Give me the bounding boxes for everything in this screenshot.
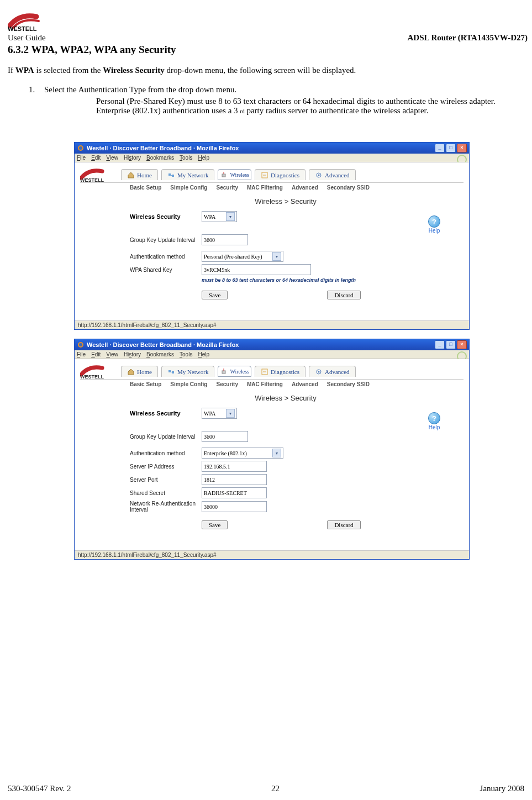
subtab-mac[interactable]: MAC Filtering — [247, 185, 283, 191]
maximize-button[interactable]: □ — [446, 340, 456, 349]
chevron-down-icon: ▾ — [226, 212, 235, 221]
subtab-basic[interactable]: Basic Setup — [130, 185, 161, 191]
menu-bookmarks[interactable]: Bookmarks — [146, 155, 174, 161]
subtab-secondary[interactable]: Secondary SSID — [327, 381, 370, 387]
save-button[interactable]: Save — [202, 291, 228, 299]
menu-view[interactable]: View — [106, 155, 118, 161]
svg-text:WESTELL: WESTELL — [80, 177, 104, 182]
server-ip-input[interactable] — [202, 461, 267, 472]
tab-mynetwork[interactable]: My Network — [161, 169, 215, 180]
menu-tools[interactable]: Tools — [180, 351, 192, 357]
page-body: WESTELL Home My Network Wireless — [75, 162, 469, 320]
wireless-security-select[interactable]: WPA▾ — [202, 211, 237, 222]
subtab-advanced[interactable]: Advanced — [292, 381, 318, 387]
help-icon: ? — [428, 215, 440, 228]
svg-rect-15 — [222, 371, 225, 373]
home-icon — [127, 368, 135, 376]
menubar: File Edit View History Bookmarks Tools H… — [75, 154, 469, 162]
minimize-button[interactable]: _ — [435, 144, 445, 152]
wpa-key-input[interactable] — [202, 264, 311, 275]
window-title: Westell · Discover Better Broadband · Mo… — [87, 341, 239, 348]
main-tabs: Home My Network Wireless Diagnostics Adv… — [121, 169, 356, 180]
subtab-basic[interactable]: Basic Setup — [130, 381, 161, 387]
svg-rect-5 — [172, 175, 174, 177]
subtab-security[interactable]: Security — [216, 185, 238, 191]
group-key-input[interactable] — [202, 431, 248, 442]
tab-wireless[interactable]: Wireless — [218, 169, 251, 180]
tab-diagnostics[interactable]: Diagnostics — [255, 169, 305, 180]
server-port-input[interactable] — [202, 474, 267, 485]
row-group-key: Group Key Update Interval — [130, 234, 441, 245]
close-button[interactable]: × — [457, 144, 467, 152]
intro-paragraph: If WPA is selected from the Wireless Sec… — [8, 66, 528, 75]
wpa-key-hint: must be 8 to 63 text characters or 64 he… — [202, 277, 441, 283]
close-button[interactable]: × — [457, 340, 467, 349]
menubar: File Edit View History Bookmarks Tools H… — [75, 350, 469, 359]
wireless-icon — [220, 367, 228, 375]
menu-edit[interactable]: Edit — [91, 351, 101, 357]
tab-diagnostics[interactable]: Diagnostics — [255, 366, 305, 377]
maximize-button[interactable]: □ — [446, 144, 456, 152]
gear-icon — [315, 368, 323, 376]
tab-advanced[interactable]: Advanced — [309, 169, 356, 180]
firefox-icon — [77, 341, 85, 349]
group-key-input[interactable] — [202, 234, 248, 245]
menu-file[interactable]: File — [77, 155, 86, 161]
menu-history[interactable]: History — [124, 155, 141, 161]
row-wireless-security: Wireless Security WPA▾ — [130, 211, 441, 222]
menu-tools[interactable]: Tools — [180, 155, 192, 161]
subtab-simple[interactable]: Simple Config — [170, 381, 207, 387]
svg-rect-13 — [168, 370, 171, 372]
subtab-advanced[interactable]: Advanced — [292, 185, 318, 191]
chevron-down-icon: ▾ — [272, 449, 281, 457]
screenshot-2: Westell · Discover Better Broadband · Mo… — [74, 339, 470, 560]
row-group-key: Group Key Update Interval — [130, 431, 441, 442]
titlebar: Westell · Discover Better Broadband · Mo… — [75, 339, 469, 350]
tab-mynetwork[interactable]: My Network — [161, 366, 215, 377]
menu-edit[interactable]: Edit — [91, 155, 101, 161]
network-icon — [167, 171, 175, 179]
auth-select[interactable]: Enterprise (802.1x)▾ — [202, 448, 283, 459]
svg-point-18 — [318, 371, 319, 372]
diagnostics-icon — [261, 368, 268, 376]
subtab-mac[interactable]: MAC Filtering — [247, 381, 283, 387]
subtab-secondary[interactable]: Secondary SSID — [327, 185, 370, 191]
page-body: WESTELL Home My Network Wireless — [75, 359, 469, 550]
menu-history[interactable]: History — [124, 351, 141, 357]
network-icon — [167, 368, 175, 376]
svg-text:WESTELL: WESTELL — [8, 25, 37, 32]
row-wpakey: WPA Shared Key — [130, 264, 441, 275]
step-number: 1. — [29, 85, 44, 94]
minimize-button[interactable]: _ — [435, 340, 445, 349]
shared-secret-input[interactable] — [202, 487, 267, 498]
section-title: 6.3.2 WPA, WPA2, WPA any Security — [8, 44, 528, 56]
menu-view[interactable]: View — [106, 351, 118, 357]
save-button[interactable]: Save — [202, 520, 228, 529]
menu-file[interactable]: File — [77, 351, 86, 357]
menu-help[interactable]: Help — [198, 351, 209, 357]
reauth-input[interactable] — [202, 501, 267, 512]
discard-button[interactable]: Discard — [327, 291, 360, 299]
status-bar: http://192.168.1.1/htmlFirebal/cfg_802_1… — [75, 550, 469, 559]
tab-advanced[interactable]: Advanced — [309, 366, 356, 377]
menu-bookmarks[interactable]: Bookmarks — [146, 351, 174, 357]
help-label: Help — [428, 424, 440, 430]
auth-select[interactable]: Personal (Pre-shared Key)▾ — [202, 251, 283, 262]
tab-home[interactable]: Home — [121, 169, 158, 180]
row-wireless-security: Wireless Security WPA▾ — [130, 408, 441, 419]
subtab-simple[interactable]: Simple Config — [170, 185, 207, 191]
help-block[interactable]: ? Help — [428, 215, 440, 234]
tab-home[interactable]: Home — [121, 366, 158, 377]
help-block[interactable]: ? Help — [428, 412, 440, 430]
wireless-security-select[interactable]: WPA▾ — [202, 408, 237, 419]
guide-label: User Guide — [8, 33, 46, 43]
menu-help[interactable]: Help — [198, 155, 209, 161]
status-bar: http://192.168.1.1/htmlFirebal/cfg_802_1… — [75, 320, 469, 329]
westell-swoosh-icon: WESTELL — [80, 364, 112, 379]
subtab-security[interactable]: Security — [216, 381, 238, 387]
discard-button[interactable]: Discard — [327, 520, 360, 529]
row-auth: Authentication method Enterprise (802.1x… — [130, 448, 441, 459]
tab-wireless[interactable]: Wireless — [218, 366, 251, 377]
sub-tabs: Basic Setup Simple Config Security MAC F… — [80, 379, 463, 388]
step-text: Select the Authentication Type from the … — [44, 85, 528, 94]
